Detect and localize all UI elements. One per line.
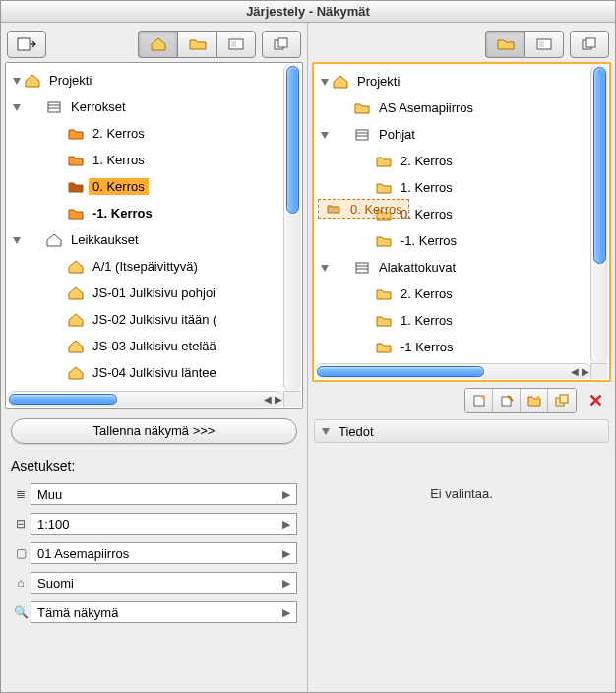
tree-row-ceiling[interactable]: 2. Kerros bbox=[314, 281, 609, 307]
clone-button-right[interactable] bbox=[570, 31, 609, 58]
setting-value: 1:100 bbox=[37, 517, 70, 532]
disclosure-icon[interactable] bbox=[318, 130, 332, 140]
vertical-scrollbar[interactable] bbox=[283, 64, 301, 392]
left-view-mode bbox=[138, 31, 256, 58]
export-button[interactable] bbox=[7, 31, 46, 58]
right-action-bar: ✕ bbox=[312, 382, 611, 415]
folder-icon bbox=[67, 206, 85, 221]
disclosure-icon[interactable] bbox=[318, 263, 332, 273]
disclosure-icon bbox=[319, 426, 333, 436]
setting-value: Tämä näkymä bbox=[37, 605, 118, 620]
disclosure-icon[interactable] bbox=[10, 76, 24, 86]
svg-rect-17 bbox=[356, 263, 368, 273]
tree-row-root[interactable]: Projekti bbox=[6, 67, 302, 94]
tree-row-section[interactable]: JS-02 Julkisivu itään ( bbox=[6, 306, 302, 333]
svg-rect-13 bbox=[586, 38, 595, 47]
tree-label: JS-01 Julkisivu pohjoi bbox=[89, 284, 219, 301]
setting-value: Suomi bbox=[37, 576, 74, 591]
project-icon bbox=[332, 74, 349, 90]
tree-label: Pohjat bbox=[375, 126, 419, 143]
tree-label: -1. Kerros bbox=[397, 232, 461, 249]
view-layouts-button[interactable] bbox=[216, 31, 256, 58]
scale-icon: ⊟ bbox=[11, 517, 31, 531]
clone-button-left[interactable] bbox=[262, 31, 301, 58]
view-folders-button[interactable] bbox=[485, 31, 524, 58]
details-disclosure[interactable]: Tiedot bbox=[314, 419, 609, 443]
tree-label: 1. Kerros bbox=[397, 312, 457, 329]
tree-row-ceiling[interactable]: 1. Kerros bbox=[314, 307, 609, 334]
view-project-button[interactable] bbox=[138, 31, 177, 58]
save-view-button[interactable]: Tallenna näkymä >>> bbox=[11, 418, 297, 444]
tree-row-floor[interactable]: 0. Kerros bbox=[6, 173, 302, 200]
svg-rect-14 bbox=[356, 130, 368, 140]
left-toolbar bbox=[5, 27, 303, 62]
setting-row: 🔍Tämä näkymä▶ bbox=[11, 599, 297, 625]
tree-row-plan[interactable]: 0. Kerros bbox=[314, 201, 609, 227]
search-icon: 🔍 bbox=[11, 605, 31, 619]
chevron-right-icon: ▶ bbox=[282, 488, 290, 501]
tree-row-section[interactable]: JS-01 Julkisivu pohjoi bbox=[6, 280, 302, 306]
tree-row-sections[interactable]: Leikkaukset bbox=[6, 226, 302, 253]
setting-select[interactable]: 01 Asemapiirros▶ bbox=[31, 542, 297, 564]
disclosure-icon[interactable] bbox=[10, 235, 24, 245]
plan-icon: ▢ bbox=[11, 546, 31, 560]
tree-row-floor[interactable]: -1. Kerros bbox=[6, 200, 302, 226]
edit-view-button[interactable] bbox=[493, 389, 521, 412]
tree-row-plan[interactable]: -1. Kerros bbox=[314, 227, 609, 254]
content: Projekti Kerrokset 2. Kerros1. Kerros0. … bbox=[1, 23, 615, 692]
tree-label: JS-03 Julkisivu etelää bbox=[89, 338, 220, 354]
tree-label: -1. Kerros bbox=[89, 205, 156, 221]
tree-row-plan[interactable]: 1. Kerros bbox=[314, 174, 609, 201]
horizontal-scrollbar[interactable]: ◀ ▶ bbox=[315, 363, 591, 379]
disclosure-icon[interactable] bbox=[10, 102, 24, 112]
tree-row-plans[interactable]: Pohjat bbox=[314, 121, 609, 148]
right-tree[interactable]: Projekti AS Asemapiirros Pohjat 2 bbox=[314, 64, 609, 380]
duplicate-button[interactable] bbox=[548, 389, 576, 412]
tree-row-siteplan[interactable]: AS Asemapiirros bbox=[314, 94, 609, 121]
tree-row-ceiling[interactable]: -1 Kerros bbox=[314, 334, 609, 360]
folder-icon bbox=[375, 180, 393, 196]
vertical-scrollbar[interactable] bbox=[590, 65, 608, 364]
setting-select[interactable]: Tämä näkymä▶ bbox=[31, 601, 297, 623]
stories-icon bbox=[353, 260, 371, 276]
setting-select[interactable]: Suomi▶ bbox=[31, 572, 297, 594]
new-view-button[interactable] bbox=[465, 389, 493, 412]
horizontal-scrollbar[interactable]: ◀ ▶ bbox=[7, 391, 284, 407]
tree-row-floors[interactable]: Kerrokset bbox=[6, 94, 302, 120]
scroll-arrows[interactable]: ◀ ▶ bbox=[264, 392, 282, 407]
tree-label: -1 Kerros bbox=[397, 339, 457, 355]
setting-row: ≣Muu▶ bbox=[11, 481, 297, 507]
svg-point-23 bbox=[536, 396, 540, 400]
tree-label: Alakattokuvat bbox=[375, 259, 460, 276]
tree-label: AS Asemapiirros bbox=[375, 99, 477, 116]
disclosure-icon[interactable] bbox=[318, 77, 332, 87]
delete-button[interactable]: ✕ bbox=[585, 390, 607, 411]
setting-row: ⌂Suomi▶ bbox=[11, 570, 297, 596]
tree-row-section[interactable]: JS-03 Julkisivu etelää bbox=[6, 333, 302, 359]
svg-rect-5 bbox=[48, 102, 60, 112]
left-panel: Projekti Kerrokset 2. Kerros1. Kerros0. … bbox=[1, 23, 308, 692]
folder-icon bbox=[67, 126, 85, 142]
svg-point-21 bbox=[481, 395, 485, 399]
elevation-icon bbox=[67, 259, 85, 275]
tree-row-floor[interactable]: 2. Kerros bbox=[6, 120, 302, 147]
scroll-arrows[interactable]: ◀ ▶ bbox=[571, 364, 589, 379]
setting-select[interactable]: Muu▶ bbox=[31, 483, 297, 505]
tree-row-ceilings[interactable]: Alakattokuvat bbox=[314, 254, 609, 281]
details-empty-text: Ei valintaa. bbox=[430, 486, 493, 501]
right-tree-container: Projekti AS Asemapiirros Pohjat 2 bbox=[312, 62, 611, 382]
tree-row-section[interactable]: JS-04 Julkisivu läntee bbox=[6, 359, 302, 386]
tree-row-floor[interactable]: 1. Kerros bbox=[6, 147, 302, 173]
left-tree[interactable]: Projekti Kerrokset 2. Kerros1. Kerros0. … bbox=[6, 63, 302, 408]
view-folders-button[interactable] bbox=[177, 31, 216, 58]
organizer-window: Järjestely - Näkymät bbox=[0, 0, 616, 693]
setting-select[interactable]: 1:100▶ bbox=[31, 513, 297, 535]
svg-rect-11 bbox=[539, 41, 544, 47]
tree-row-section[interactable]: A/1 (Itsepäivittyvä) bbox=[6, 253, 302, 280]
folder-icon bbox=[67, 153, 85, 168]
tree-row-root[interactable]: Projekti bbox=[314, 68, 609, 94]
folder-icon bbox=[375, 233, 393, 249]
tree-row-plan[interactable]: 2. Kerros bbox=[314, 148, 609, 174]
new-folder-button[interactable] bbox=[521, 389, 548, 412]
view-layouts-button[interactable] bbox=[524, 31, 564, 58]
